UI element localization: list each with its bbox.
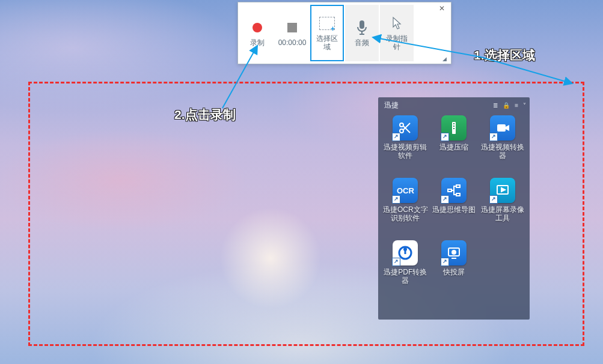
record-label: 录制 [250, 39, 265, 47]
folder-lock-icon[interactable]: 🔒 [503, 102, 510, 109]
select-area-button[interactable]: + 选择区 域 [310, 5, 344, 61]
cursor-icon [388, 14, 406, 32]
svg-point-6 [400, 123, 403, 127]
desktop-app-4[interactable]: ↗迅捷思维导图 [430, 178, 478, 239]
record-cursor-button[interactable]: 录制指 针 [380, 5, 414, 61]
toolbar-close-button[interactable]: ✕ [434, 2, 450, 14]
folder-header-controls: ≣ 🔒 ≡ ˅ [493, 102, 526, 109]
app-label: 迅捷视频剪辑 软件 [384, 143, 427, 160]
svg-rect-18 [456, 193, 460, 196]
app-label: 迅捷视频转换 器 [481, 143, 524, 160]
app-label: 迅捷压缩 [439, 143, 468, 151]
svg-rect-17 [456, 185, 460, 187]
desktop-folder[interactable]: 迅捷 ≣ 🔒 ≡ ˅ ↗迅捷视频剪辑 软件↗迅捷压缩↗迅捷视频转换 器OCR↗迅… [378, 97, 530, 320]
desktop-app-5[interactable]: ↗迅捷屏幕录像 工具 [479, 178, 526, 239]
svg-rect-0 [360, 20, 364, 29]
microphone-icon [353, 19, 371, 37]
audio-label: 音频 [355, 39, 369, 47]
svg-point-7 [400, 129, 403, 133]
folder-title: 迅捷 [382, 100, 399, 111]
app-label: 迅捷屏幕录像 工具 [481, 205, 524, 223]
app-label: 快投屏 [443, 268, 465, 276]
pdf-icon: ↗ [393, 240, 418, 265]
mindmap-icon: ↗ [441, 178, 467, 203]
desktop-app-1[interactable]: ↗迅捷压缩 [430, 115, 478, 177]
svg-rect-16 [448, 189, 451, 192]
cast-icon: ↗ [441, 240, 467, 265]
record-button[interactable]: 录制 [240, 5, 274, 61]
compress-icon: ↗ [441, 115, 467, 141]
folder-grid: ↗迅捷视频剪辑 软件↗迅捷压缩↗迅捷视频转换 器OCR↗迅捷OCR文字 识别软件… [382, 113, 526, 302]
svg-point-23 [403, 247, 407, 251]
folder-menu-icon[interactable]: ≡ [515, 102, 518, 109]
stop-button[interactable]: 00:00:00 [275, 5, 309, 61]
svg-point-25 [452, 250, 456, 254]
svg-rect-13 [453, 128, 455, 129]
desktop-app-7[interactable]: ↗快投屏 [430, 240, 478, 302]
ocr-icon: OCR↗ [393, 178, 418, 203]
svg-rect-14 [497, 124, 506, 132]
folder-collapse-icon[interactable]: ˅ [523, 102, 526, 109]
desktop-app-0[interactable]: ↗迅捷视频剪辑 软件 [382, 115, 429, 177]
desktop-app-2[interactable]: ↗迅捷视频转换 器 [479, 115, 526, 177]
app-label: 迅捷OCR文字 识别软件 [383, 205, 428, 223]
record-cursor-label: 录制指 针 [386, 35, 408, 52]
svg-marker-15 [506, 125, 509, 131]
video-conv-icon: ↗ [490, 115, 515, 141]
desktop-app-6[interactable]: ↗迅捷PDF转换 器 [382, 240, 429, 302]
timer-label: 00:00:00 [278, 39, 307, 47]
app-label: 迅捷思维导图 [432, 205, 476, 214]
record-icon [248, 19, 266, 37]
folder-sort-icon[interactable]: ≣ [493, 102, 498, 109]
recorder-toolbar: ✕ ◢ 录制 00:00:00 + 选择区 域 [237, 2, 451, 64]
select-area-icon: + [318, 14, 336, 32]
screen-rec-icon: ↗ [490, 178, 515, 203]
toolbar-expand-button[interactable]: ◢ [439, 54, 450, 64]
svg-rect-11 [453, 123, 455, 124]
select-area-label: 选择区 域 [316, 35, 338, 52]
scissors-icon: ↗ [393, 115, 418, 141]
stop-icon [283, 19, 301, 37]
svg-marker-20 [501, 188, 505, 192]
app-label: 迅捷PDF转换 器 [384, 268, 427, 285]
desktop-app-3[interactable]: OCR↗迅捷OCR文字 识别软件 [382, 178, 429, 239]
audio-button[interactable]: 音频 [345, 5, 379, 61]
svg-rect-12 [453, 126, 455, 127]
